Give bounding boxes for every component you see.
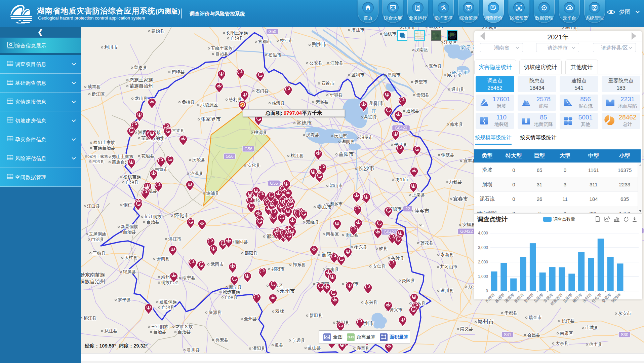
svg-text:G56: G56 [226,154,234,159]
svg-text:五峰土家族: 五峰土家族 [211,46,233,51]
svg-text:双峰县: 双峰县 [306,220,319,225]
svg-text:自治县: 自治县 [162,305,175,310]
svg-text:3,000: 3,000 [478,245,488,250]
svg-text:自治县: 自治县 [126,180,139,185]
svg-text:溆浦县: 溆浦县 [206,191,219,196]
svg-text:S30: S30 [621,332,628,337]
svg-text:榕江县: 榕江县 [83,316,97,321]
svg-text:会同县: 会同县 [157,256,170,261]
svg-text:自治县: 自治县 [91,237,104,242]
svg-text:韶山市: 韶山市 [329,183,343,188]
svg-text:桃江县: 桃江县 [290,153,304,158]
svg-text:沅江市: 沅江市 [334,133,347,138]
svg-text:崇义县: 崇义县 [460,326,473,331]
svg-text:黎平县: 黎平县 [118,297,131,302]
svg-text:怀化市: 怀化市 [174,212,189,218]
svg-text:团风县: 团风县 [485,27,497,30]
svg-text:华容县: 华容县 [330,93,343,98]
svg-text:G56: G56 [244,147,252,151]
svg-text:会昌县: 会昌县 [527,332,540,337]
svg-text:侗族自治州: 侗族自治州 [81,279,105,284]
svg-text:2,000: 2,000 [478,260,488,264]
svg-text:G0422: G0422 [460,229,473,234]
svg-text:通山县: 通山县 [451,87,465,92]
svg-text:恩施土家族: 恩施土家族 [129,77,153,82]
svg-text:沿河土家族: 沿河土家族 [88,154,108,159]
svg-text:自治县: 自治县 [153,329,166,334]
svg-text:长汀县: 长汀县 [562,318,575,323]
svg-text:汉南区: 汉南区 [415,47,428,52]
svg-text:万载县: 万载县 [449,179,462,184]
svg-text:桃源县: 桃源县 [254,130,267,135]
svg-text:长阳土家族: 长阳土家族 [226,30,248,35]
svg-text:洪湖市: 洪湖市 [388,72,401,77]
svg-text:咸丰县: 咸丰县 [88,84,101,89]
svg-text:天柱县: 天柱县 [125,255,138,260]
svg-text:嘉鱼县: 嘉鱼县 [429,64,442,69]
svg-text:井冈山市: 井冈山市 [440,264,457,269]
svg-text:长: 长 [367,114,371,119]
svg-text:赤壁市: 赤壁市 [414,79,428,84]
svg-text:龙山县: 龙山县 [135,96,148,101]
svg-text:益阳市: 益阳市 [339,151,354,157]
svg-text:岳阳市: 岳阳市 [369,100,384,106]
svg-text:石门县: 石门县 [256,88,269,94]
svg-text:祁阳市: 祁阳市 [272,266,285,271]
svg-text:玉屏侗族: 玉屏侗族 [89,231,106,237]
svg-text:鹤峰县: 鹤峰县 [172,69,185,74]
svg-text:潜山市: 潜山市 [565,27,578,30]
svg-text:南岳区: 南岳区 [326,231,339,237]
svg-text:常德市: 常德市 [297,120,312,125]
svg-text:江口县: 江口县 [87,204,100,209]
svg-text:建始县: 建始县 [151,29,165,34]
svg-text:锦屏县: 锦屏县 [123,269,136,274]
svg-text:江陵县: 江陵县 [330,61,344,66]
svg-text:新宁县: 新宁县 [229,285,242,290]
svg-text:通道侗族: 通道侗族 [159,299,177,304]
svg-text:宜春市: 宜春市 [453,196,468,202]
svg-text:自治县: 自治县 [123,229,136,234]
svg-text:炎陵县: 炎陵县 [402,278,415,283]
svg-text:隆回县: 隆回县 [235,239,248,244]
svg-text:G50: G50 [268,29,276,34]
svg-text:城步苗族: 城步苗族 [223,289,240,294]
svg-text:宜都市: 宜都市 [258,39,271,44]
svg-text:崇阳县: 崇阳县 [416,93,430,98]
svg-text:江: 江 [372,109,376,114]
svg-text:永兴县: 永兴县 [365,300,378,305]
svg-text:侗族自治: 侗族自治 [161,280,179,285]
svg-text:龙胜各族: 龙胜各族 [175,324,193,329]
svg-text:遂川县: 遂川县 [441,288,454,293]
svg-text:永安市: 永安市 [618,311,631,316]
svg-text:自治县: 自治县 [215,51,229,56]
svg-text:利川市: 利川市 [104,45,118,50]
svg-text:安乡县: 安乡县 [316,99,329,104]
svg-text:古丈县: 古丈县 [172,128,184,133]
svg-text:荆州市: 荆州市 [312,41,327,47]
svg-text:三江侗族: 三江侗族 [151,324,168,329]
svg-text:临澧县: 临澧县 [272,101,285,106]
svg-text:花垣县: 花垣县 [141,153,155,158]
svg-text:灵川县: 灵川县 [187,348,200,353]
svg-text:汉川市: 汉川市 [403,27,416,30]
svg-text:0: 0 [486,289,488,293]
svg-text:铜仁: 铜仁 [123,202,132,207]
svg-text:赣州市: 赣州市 [478,319,494,325]
svg-text:连城县: 连城县 [585,325,598,330]
svg-text:G0422: G0422 [395,126,407,131]
svg-text:永新县: 永新县 [441,252,454,257]
svg-text:兴安县: 兴安县 [215,337,229,342]
svg-text:安福县: 安福县 [462,222,476,227]
svg-text:资源县: 资源县 [209,310,222,315]
svg-text:监利市: 监利市 [352,72,365,77]
svg-text:安仁县: 安仁县 [373,264,386,269]
svg-text:仙桃市: 仙桃市 [384,31,397,36]
svg-text:浏阳市: 浏阳市 [395,177,408,182]
svg-text:道县: 道县 [275,342,283,348]
svg-text:上栗县: 上栗县 [412,192,425,197]
svg-text:莲花县: 莲花县 [420,241,434,246]
svg-text:宜章县: 宜章县 [357,346,370,351]
svg-text:新田县: 新田县 [310,313,323,318]
svg-text:修水县: 修水县 [450,122,463,127]
svg-text:自治县: 自治县 [231,36,244,41]
